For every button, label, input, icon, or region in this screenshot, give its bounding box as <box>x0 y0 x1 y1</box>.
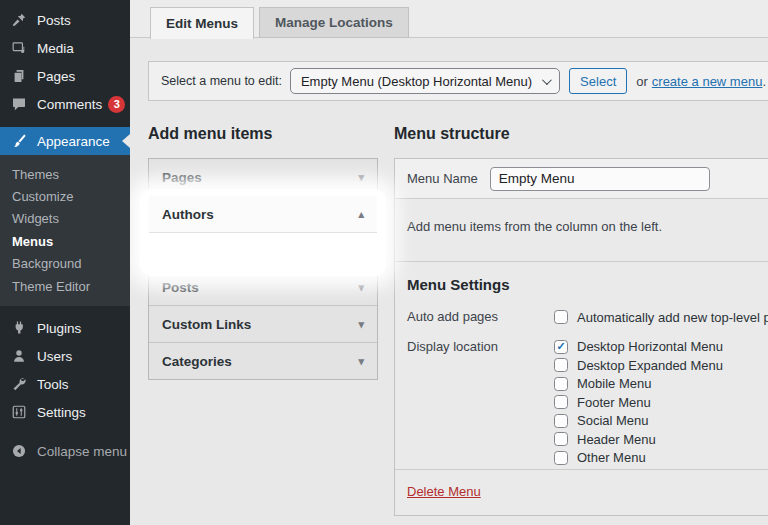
location-checkbox[interactable] <box>554 414 568 428</box>
sidebar-item-label: Plugins <box>37 321 81 336</box>
plug-icon <box>9 318 29 338</box>
wrench-icon <box>9 374 29 394</box>
menu-name-input[interactable] <box>490 167 710 191</box>
collapse-menu-button[interactable]: Collapse menu <box>0 437 130 465</box>
sidebar-item-plugins[interactable]: Plugins <box>0 314 130 342</box>
panel-authors[interactable]: Authors ▴ <box>149 196 377 233</box>
location-option: Social Menu <box>554 412 723 431</box>
sidebar-item-settings[interactable]: Settings <box>0 398 130 426</box>
submenu-item-menus[interactable]: Menus <box>0 230 130 252</box>
submenu-item-theme-editor[interactable]: Theme Editor <box>0 275 130 297</box>
location-checkbox[interactable] <box>554 432 568 446</box>
nav-tabs: Edit Menus Manage Locations <box>150 7 409 39</box>
sliders-icon <box>9 402 29 422</box>
location-option: Desktop Expanded Menu <box>554 356 723 375</box>
location-label: Social Menu <box>577 413 649 428</box>
create-menu-link-wrap: create a new menu. Don't forget to <box>652 74 768 89</box>
sidebar-item-label: Posts <box>37 13 71 28</box>
menu-settings-section: Menu Settings Auto add pages Automatical… <box>395 262 768 470</box>
location-label: Footer Menu <box>577 395 651 410</box>
user-icon <box>9 346 29 366</box>
comment-icon <box>9 94 29 114</box>
auto-add-pages-label: Auto add pages <box>407 308 554 327</box>
sidebar-item-pages[interactable]: Pages <box>0 62 130 90</box>
select-button[interactable]: Select <box>569 68 627 94</box>
chevron-up-icon: ▴ <box>358 208 364 221</box>
panel-label: Categories <box>162 354 232 369</box>
chevron-down-icon: ▾ <box>358 318 364 331</box>
menu-settings-heading: Menu Settings <box>407 276 768 293</box>
auto-add-option: Automatically add new top-level pages to <box>554 308 768 327</box>
current-page-arrow-pointer <box>122 134 130 148</box>
or-text: or <box>636 74 648 89</box>
panel-label: Authors <box>162 207 214 222</box>
sidebar-item-appearance[interactable]: Appearance <box>0 127 130 155</box>
sidebar-item-tools[interactable]: Tools <box>0 370 130 398</box>
menu-name-row: Menu Name <box>395 159 768 199</box>
menu-select-dropdown[interactable]: Empty Menu (Desktop Horizontal Menu) <box>290 68 560 94</box>
submenu-item-background[interactable]: Background <box>0 253 130 275</box>
chevron-down-icon <box>542 75 552 85</box>
location-option: ✓ Desktop Horizontal Menu <box>554 338 723 357</box>
panel-categories[interactable]: Categories ▾ <box>149 343 377 379</box>
create-new-menu-link[interactable]: create a new menu <box>652 74 763 89</box>
display-location-row: Display location ✓ Desktop Horizontal Me… <box>407 338 768 468</box>
location-option: Footer Menu <box>554 393 723 412</box>
sidebar-item-posts[interactable]: Posts <box>0 6 130 34</box>
panel-custom-links[interactable]: Custom Links ▾ <box>149 306 377 343</box>
chevron-down-icon: ▾ <box>358 171 364 184</box>
appearance-submenu: Themes Customize Widgets Menus Backgroun… <box>0 155 130 306</box>
auto-add-pages-row: Auto add pages Automatically add new top… <box>407 308 768 327</box>
location-checkbox-checked[interactable]: ✓ <box>554 340 568 354</box>
sidebar-item-comments[interactable]: Comments 3 <box>0 90 130 118</box>
after-link-text: . Don't forget to <box>762 74 768 89</box>
menu-select-bar: Select a menu to edit: Empty Menu (Deskt… <box>148 61 768 101</box>
menu-structure-box: Menu Name Add menu items from the column… <box>394 158 768 516</box>
sidebar-item-users[interactable]: Users <box>0 342 130 370</box>
sidebar-item-label: Appearance <box>37 134 110 149</box>
menu-structure-heading: Menu structure <box>394 125 510 143</box>
location-option: Other Menu <box>554 449 723 468</box>
display-location-label: Display location <box>407 338 554 468</box>
auto-add-option-label: Automatically add new top-level pages to <box>577 310 768 325</box>
comments-count-badge: 3 <box>108 96 125 113</box>
location-checkbox[interactable] <box>554 377 568 391</box>
sidebar-item-media[interactable]: Media <box>0 34 130 62</box>
dropdown-value: Empty Menu (Desktop Horizontal Menu) <box>301 74 532 89</box>
admin-content: Edit Menus Manage Locations Select a men… <box>130 0 768 525</box>
media-icon <box>9 38 29 58</box>
location-checkbox[interactable] <box>554 358 568 372</box>
tab-manage-locations[interactable]: Manage Locations <box>259 7 409 38</box>
delete-menu-link[interactable]: Delete Menu <box>407 484 481 499</box>
location-label: Mobile Menu <box>577 376 651 391</box>
submenu-item-widgets[interactable]: Widgets <box>0 208 130 230</box>
tab-edit-menus[interactable]: Edit Menus <box>150 7 254 39</box>
pin-icon <box>9 10 29 30</box>
panel-label: Posts <box>162 280 199 295</box>
authors-panel-body <box>149 233 377 269</box>
sidebar-item-label: Media <box>37 41 74 56</box>
location-option: Header Menu <box>554 430 723 449</box>
chevron-down-icon: ▾ <box>358 281 364 294</box>
auto-add-checkbox[interactable] <box>554 310 568 324</box>
submenu-item-customize[interactable]: Customize <box>0 185 130 207</box>
location-label: Other Menu <box>577 450 646 465</box>
chevron-down-icon: ▾ <box>358 355 364 368</box>
panel-label: Pages <box>162 170 202 185</box>
location-label: Desktop Horizontal Menu <box>577 339 723 354</box>
authors-panel-highlighted: Authors ▴ <box>149 196 377 269</box>
sidebar-item-label: Comments <box>37 97 102 112</box>
sidebar-item-label: Settings <box>37 405 86 420</box>
admin-sidebar: Posts Media Pages Comments 3 Appearance … <box>0 0 130 525</box>
location-checkbox[interactable] <box>554 395 568 409</box>
collapse-arrow-icon <box>9 441 29 461</box>
drag-instructions: Add menu items from the column on the le… <box>395 199 768 262</box>
location-checkbox[interactable] <box>554 451 568 465</box>
sidebar-separator <box>0 118 130 127</box>
submenu-item-themes[interactable]: Themes <box>0 163 130 185</box>
menu-select-label: Select a menu to edit: <box>161 74 282 88</box>
add-menu-items-accordion: Pages ▾ Authors ▴ Posts ▾ Custom Links ▾… <box>148 158 378 380</box>
sidebar-item-label: Pages <box>37 69 75 84</box>
menu-name-label: Menu Name <box>407 171 478 186</box>
sidebar-item-label: Tools <box>37 377 69 392</box>
